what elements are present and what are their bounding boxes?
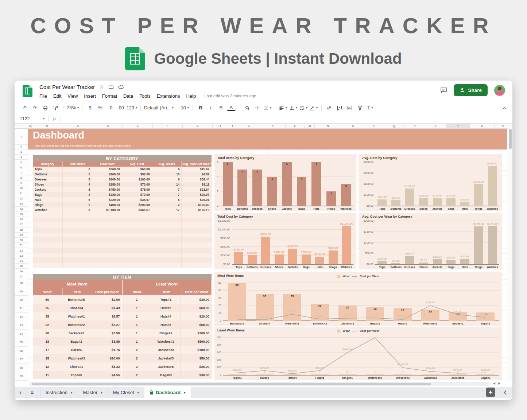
cell[interactable] [152, 222, 182, 228]
row-header-16[interactable]: 16 [15, 217, 28, 222]
bold-button[interactable]: B [196, 104, 205, 112]
tab-instruction[interactable]: Instruction▾ [40, 387, 78, 398]
horizontal-scrollbar[interactable] [29, 382, 489, 386]
chart-total-cost-by-category[interactable]: Total Cost by Category$0.00$250.00$500.0… [214, 213, 356, 269]
row-header-10[interactable]: 10 [15, 186, 28, 191]
cell[interactable]: 4 [63, 192, 93, 197]
cell[interactable] [63, 257, 93, 262]
cell[interactable]: 11 [33, 371, 62, 379]
cell[interactable] [122, 233, 152, 238]
cell[interactable] [152, 248, 182, 253]
column-header-O[interactable]: O [341, 124, 365, 128]
cell[interactable]: $2.27 [91, 320, 123, 329]
row-header-29[interactable]: 29 [15, 287, 28, 296]
tab-my-closet[interactable]: My Closet▾ [108, 387, 144, 398]
cell[interactable] [182, 242, 212, 248]
cell[interactable]: 1 [122, 304, 151, 312]
cell[interactable]: 3 [63, 207, 93, 213]
column-header-N[interactable]: N [315, 124, 341, 128]
cell[interactable] [92, 242, 122, 248]
cell[interactable] [92, 248, 122, 253]
cell[interactable] [92, 257, 122, 262]
row-header-1[interactable]: 1 [15, 129, 28, 145]
column-header-cell[interactable]: Avg. Wears [152, 162, 182, 167]
cell[interactable]: $1.76 [91, 346, 123, 354]
row-header-38[interactable]: 38 [15, 364, 28, 372]
vertical-scrollbar[interactable] [508, 124, 512, 381]
cell[interactable]: 22 [33, 320, 62, 329]
cell[interactable] [33, 233, 63, 238]
cell[interactable] [92, 228, 122, 233]
column-header-F[interactable]: F [153, 124, 183, 128]
cell[interactable] [63, 248, 93, 253]
row-header-24[interactable]: 24 [15, 258, 28, 264]
name-box[interactable]: T122 ▾ [15, 116, 48, 121]
column-header-T[interactable]: T [446, 124, 470, 128]
cell[interactable]: 1 [122, 329, 151, 337]
column-header-J[interactable]: J [238, 124, 260, 128]
zoom-select[interactable]: 73%▾ [67, 104, 79, 112]
cell[interactable] [63, 262, 93, 268]
cell[interactable]: $100.00 [181, 346, 212, 354]
cell[interactable]: $60.00 [122, 167, 152, 172]
cell[interactable]: $400.00 [92, 202, 122, 207]
scroll-right-icon[interactable]: ▶ [498, 382, 500, 385]
row-header-22[interactable]: 22 [15, 248, 28, 253]
cell[interactable] [33, 237, 63, 242]
cell[interactable] [152, 228, 182, 233]
tab-dashboard[interactable]: Dashboard▾ [144, 387, 191, 398]
cell[interactable]: 6 [63, 197, 93, 202]
cell[interactable] [182, 262, 212, 268]
cell[interactable]: Watches#3 [62, 354, 91, 362]
show-side-panel-icon[interactable] [503, 390, 507, 395]
cell[interactable] [92, 222, 122, 228]
column-header-S[interactable]: S [425, 124, 446, 128]
text-color-button[interactable]: A [227, 105, 236, 111]
chart-avg-cost-per-wear-by-category[interactable]: Avg. Cost per Wear by Category$0.00$50.0… [359, 213, 502, 269]
cell[interactable] [92, 262, 122, 268]
column-header-cell[interactable]: Cost per Wear [92, 288, 123, 295]
row-header-35[interactable]: 35 [15, 338, 28, 347]
menu-insert[interactable]: Insert [84, 93, 96, 99]
cell[interactable]: Watches#1 [62, 312, 91, 320]
vertical-scrollbar-thumb[interactable] [509, 129, 512, 149]
cell[interactable]: Hats [33, 197, 63, 202]
cell[interactable]: Jackets#2 [62, 329, 91, 337]
cell[interactable]: Bags [33, 192, 63, 197]
decrease-decimal-button[interactable]: .0 [106, 104, 115, 112]
cell[interactable]: $75.00 [122, 187, 152, 192]
cell[interactable] [182, 228, 212, 233]
row-header-27[interactable]: 27 [15, 274, 28, 279]
scroll-left-icon[interactable]: ◀ [493, 382, 495, 385]
row-header-2[interactable]: 2 [15, 145, 28, 149]
cell[interactable]: 35 [33, 304, 62, 312]
column-header-L[interactable]: L [286, 124, 305, 128]
cell[interactable] [33, 248, 63, 253]
cell[interactable]: $200.00 [122, 202, 152, 207]
cell[interactable]: 5 [152, 197, 182, 202]
cell[interactable] [122, 253, 152, 258]
cell[interactable] [182, 213, 212, 218]
cell[interactable]: Dresses#3 [151, 346, 181, 354]
functions-icon[interactable]: Σ▾ [366, 104, 375, 112]
row-header-19[interactable]: 19 [15, 233, 28, 238]
cell[interactable]: 4 [63, 182, 93, 187]
cell[interactable] [152, 218, 182, 223]
column-header-P[interactable]: P [365, 124, 384, 128]
cell[interactable]: $4.55 [91, 371, 123, 379]
cell[interactable]: 5 [63, 172, 93, 177]
chart-avg-cost-by-category[interactable]: Avg. Cost by Category$0.00$100.00$200.00… [359, 154, 502, 211]
menu-view[interactable]: View [67, 93, 78, 99]
cell[interactable]: $70.00 [122, 182, 152, 187]
column-header-E[interactable]: E [123, 124, 153, 128]
cell[interactable]: 2 [63, 202, 93, 207]
cell[interactable] [33, 222, 63, 228]
cell[interactable]: $500.00 [181, 337, 212, 346]
column-header-cell[interactable]: Item [152, 288, 182, 295]
cell[interactable] [33, 228, 63, 233]
cell[interactable]: $4.82 [182, 172, 212, 177]
column-header-cell[interactable]: Wear [123, 288, 152, 295]
move-to-folder-icon[interactable] [108, 85, 114, 89]
undo-icon[interactable]: ↶ [20, 104, 29, 112]
cell[interactable] [92, 213, 122, 218]
